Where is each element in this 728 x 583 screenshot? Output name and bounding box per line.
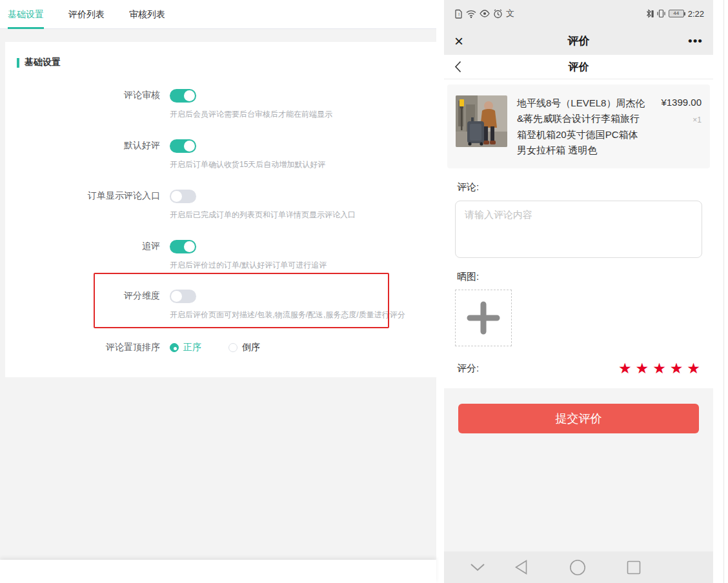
battery-percent: 44 bbox=[673, 10, 679, 16]
android-nav-bar bbox=[444, 551, 713, 583]
submit-section: 提交评价 bbox=[444, 388, 713, 557]
default-good-review-toggle[interactable] bbox=[170, 139, 196, 153]
status-time: 2:22 bbox=[688, 9, 704, 19]
rating-stars[interactable]: ★★★★★ bbox=[618, 361, 704, 376]
setting-row-follow-up-review: 追评 开启后评价过的订单/默认好评订单可进行追评 bbox=[5, 239, 436, 271]
chevron-down-icon[interactable] bbox=[470, 563, 485, 571]
alarm-icon bbox=[493, 9, 503, 19]
radio-descending[interactable]: 倒序 bbox=[228, 342, 260, 353]
plus-icon bbox=[465, 299, 502, 337]
sort-radio-group: 正序 倒序 bbox=[170, 342, 287, 353]
tab-review-list[interactable]: 评价列表 bbox=[68, 0, 105, 29]
tab-audit-list[interactable]: 审核列表 bbox=[129, 0, 165, 29]
product-price-block: ¥1399.00 ×1 bbox=[661, 95, 702, 158]
product-title: 地平线8号（LEVEL8）周杰伦&蒋先威联合设计行李箱旅行箱登机箱20英寸德国P… bbox=[517, 95, 647, 158]
setting-row-rating-dimensions: 评分维度 开启后评价页面可对描述/包装,物流服务/配送,服务态度/质量进行评分 bbox=[5, 289, 436, 321]
close-icon[interactable]: × bbox=[454, 34, 463, 49]
admin-settings-panel: 基础设置 评价列表 审核列表 基础设置 评论审核 开启后会员评论需要后台审核后才… bbox=[0, 0, 444, 583]
toggle-knob bbox=[171, 291, 182, 302]
photos-label: 晒图: bbox=[457, 271, 713, 283]
rating-dimensions-toggle[interactable] bbox=[170, 290, 196, 303]
toggle-knob bbox=[184, 141, 195, 152]
follow-up-review-toggle[interactable] bbox=[170, 240, 196, 253]
section-accent-bar bbox=[17, 58, 19, 68]
sim-alert-icon: ! bbox=[455, 9, 463, 19]
status-bar-left: ! 文 bbox=[455, 8, 514, 19]
comment-audit-toggle[interactable] bbox=[170, 89, 196, 103]
eye-icon bbox=[480, 10, 490, 17]
app-header-title: 评价 bbox=[444, 34, 713, 48]
section-header: 基础设置 bbox=[17, 57, 61, 68]
back-chevron-icon[interactable] bbox=[454, 61, 461, 73]
phone-preview-panel: ! 文 44 2:22 评价 × ••• 评价 bbox=[444, 0, 713, 583]
bottom-white-strip bbox=[0, 560, 436, 583]
toggle-knob bbox=[184, 90, 195, 101]
comment-input[interactable] bbox=[455, 201, 702, 258]
order-comment-entry-toggle[interactable] bbox=[170, 190, 196, 203]
more-menu-icon[interactable]: ••• bbox=[688, 34, 703, 48]
tab-bar: 基础设置 评价列表 审核列表 bbox=[0, 0, 444, 29]
phone-grey-header: ! 文 44 2:22 评价 × ••• bbox=[444, 0, 713, 55]
wifi-icon bbox=[466, 10, 476, 18]
tab-basic-settings[interactable]: 基础设置 bbox=[8, 0, 44, 29]
radio-label: 正序 bbox=[183, 342, 201, 353]
radio-ascending[interactable]: 正序 bbox=[170, 342, 201, 353]
setting-help-text: 开启后评价过的订单/默认好评订单可进行追评 bbox=[170, 260, 436, 271]
back-triangle-icon[interactable] bbox=[514, 559, 528, 575]
rating-label: 评分: bbox=[457, 362, 479, 375]
app-header: 评价 × ••• bbox=[444, 27, 713, 55]
product-card: 地平线8号（LEVEL8）周杰伦&蒋先威联合设计行李箱旅行箱登机箱20英寸德国P… bbox=[447, 84, 710, 168]
setting-label: 评论置顶排序 bbox=[5, 342, 160, 353]
bluetooth-battery-icon bbox=[645, 9, 654, 18]
page-title: 评价 bbox=[444, 55, 713, 79]
toggle-knob bbox=[171, 191, 182, 202]
language-icon: 文 bbox=[506, 8, 514, 19]
photo-upload-button[interactable] bbox=[455, 290, 512, 346]
setting-label: 追评 bbox=[5, 241, 160, 252]
product-price: ¥1399.00 bbox=[661, 97, 702, 108]
rating-row: 评分: ★★★★★ bbox=[457, 361, 700, 376]
radio-dot bbox=[228, 343, 238, 352]
comment-label: 评论: bbox=[457, 181, 713, 193]
home-circle-icon[interactable] bbox=[569, 559, 586, 576]
setting-help-text: 开启后会员评论需要后台审核后才能在前端显示 bbox=[170, 109, 436, 120]
setting-row-comment-audit: 评论审核 开启后会员评论需要后台审核后才能在前端显示 bbox=[5, 88, 436, 120]
product-image bbox=[456, 95, 507, 147]
setting-label: 默认好评 bbox=[5, 140, 160, 152]
setting-label: 订单显示评论入口 bbox=[5, 190, 160, 202]
setting-label: 评分维度 bbox=[5, 290, 160, 302]
setting-row-comment-sort: 评论置顶排序 正序 倒序 bbox=[5, 341, 436, 355]
svg-text:!: ! bbox=[458, 12, 460, 17]
radio-label: 倒序 bbox=[242, 342, 260, 353]
product-quantity: ×1 bbox=[661, 115, 702, 124]
setting-help-text: 开启后订单确认收货15天后自动增加默认好评 bbox=[170, 159, 436, 170]
setting-row-order-comment-entry: 订单显示评论入口 开启后已完成订单的列表页和订单详情页显示评论入口 bbox=[5, 189, 436, 221]
status-bar: ! 文 44 2:22 bbox=[444, 0, 713, 27]
vibrate-icon bbox=[656, 9, 666, 18]
page-scrollbar-track[interactable] bbox=[713, 0, 728, 583]
setting-row-default-good-review: 默认好评 开启后订单确认收货15天后自动增加默认好评 bbox=[5, 139, 436, 170]
section-title: 基础设置 bbox=[25, 57, 61, 68]
recents-square-icon[interactable] bbox=[627, 560, 641, 575]
submit-review-button[interactable]: 提交评价 bbox=[458, 404, 699, 433]
setting-label: 评论审核 bbox=[5, 90, 160, 101]
page-subheader: 评价 bbox=[444, 55, 713, 79]
battery-icon: 44 bbox=[669, 10, 684, 17]
status-bar-right: 44 2:22 bbox=[645, 9, 704, 19]
setting-help-text: 开启后已完成订单的列表页和订单详情页显示评论入口 bbox=[170, 210, 436, 221]
setting-help-text: 开启后评价页面可对描述/包装,物流服务/配送,服务态度/质量进行评分 bbox=[170, 310, 436, 321]
radio-dot bbox=[170, 343, 179, 352]
toggle-knob bbox=[184, 241, 195, 252]
settings-card: 基础设置 评论审核 开启后会员评论需要后台审核后才能在前端显示 默认好评 开启后… bbox=[5, 42, 436, 377]
